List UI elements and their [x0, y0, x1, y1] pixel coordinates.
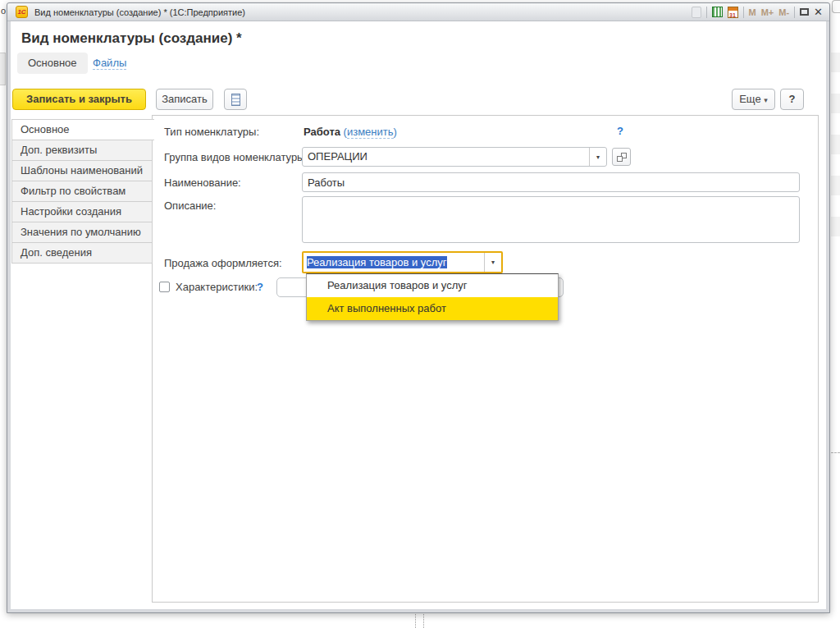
- paren-close: ): [394, 126, 397, 138]
- page-title: Вид номенклатуры (создание) *: [21, 30, 242, 47]
- sale-dropdown-list: Реализация товаров и услуг Акт выполненн…: [306, 273, 559, 321]
- group-combobox[interactable]: ОПЕРАЦИИ ▾: [302, 147, 607, 167]
- description-textarea[interactable]: [302, 196, 800, 243]
- calculator-icon[interactable]: [712, 7, 723, 17]
- help-icon[interactable]: ?: [617, 125, 623, 137]
- help-button[interactable]: ?: [780, 89, 804, 110]
- document-icon: [692, 7, 701, 18]
- name-label: Наименование:: [164, 176, 241, 189]
- type-change-link[interactable]: изменить: [347, 126, 394, 139]
- save-and-close-button[interactable]: Записать и закрыть: [12, 89, 146, 110]
- sidebar-item-default-values[interactable]: Значения по умолчанию: [11, 222, 153, 243]
- background-button-fragment: [832, 0, 840, 13]
- dialog-window: 1С Вид номенклатуры (создание) * (1С:Пре…: [7, 2, 830, 613]
- open-picker-icon: [617, 153, 627, 162]
- more-button-label: Еще: [739, 93, 760, 105]
- dropdown-option-act[interactable]: Акт выполненных работ: [307, 297, 558, 320]
- more-button[interactable]: Еще ▾: [732, 89, 775, 110]
- name-input[interactable]: [302, 172, 800, 192]
- sidebar-item-creation-settings[interactable]: Настройки создания: [11, 201, 153, 222]
- titlebar-divider: [794, 7, 795, 18]
- type-value: Работа (изменить): [304, 126, 397, 138]
- background-stray-text: o: [1, 6, 6, 16]
- dropdown-option-realization[interactable]: Реализация товаров и услуг: [307, 274, 558, 297]
- list-icon: [231, 94, 240, 106]
- splitter-handle[interactable]: [415, 614, 424, 628]
- tab-files[interactable]: Файлы: [93, 57, 126, 70]
- close-icon[interactable]: ✕: [814, 4, 823, 21]
- memory-m-button[interactable]: M: [749, 4, 756, 21]
- characteristics-label: Характеристики:: [176, 281, 258, 293]
- memory-m-plus-button[interactable]: M+: [761, 4, 774, 21]
- list-button[interactable]: [224, 89, 247, 110]
- chevron-down-icon: ▾: [764, 96, 768, 104]
- dropdown-arrow-icon[interactable]: ▾: [484, 253, 501, 272]
- background-form-rows: [831, 53, 840, 236]
- group-combobox-value: ОПЕРАЦИИ: [303, 148, 589, 166]
- sidebar-item-additional-attributes[interactable]: Доп. реквизиты: [11, 140, 153, 161]
- tab-main[interactable]: Основное: [17, 53, 88, 74]
- calendar-icon[interactable]: 31: [728, 7, 738, 18]
- maximize-icon[interactable]: [800, 8, 809, 16]
- titlebar-divider: [706, 7, 707, 18]
- sale-label: Продажа оформляется:: [164, 257, 282, 269]
- dialog-body: Вид номенклатуры (создание) * Основное Ф…: [11, 21, 826, 609]
- type-value-text: Работа: [304, 126, 340, 138]
- title-bar: 1С Вид номенклатуры (создание) * (1С:Пре…: [7, 3, 829, 21]
- sidebar-item-property-filter[interactable]: Фильтр по свойствам: [11, 181, 153, 202]
- sidebar-tabs: Основное Доп. реквизиты Шаблоны наименов…: [11, 119, 154, 264]
- dropdown-arrow-icon[interactable]: ▾: [589, 148, 606, 166]
- sale-combobox[interactable]: Реализация товаров и услуг ▾: [302, 251, 503, 273]
- memory-m-minus-button[interactable]: M-: [778, 4, 789, 21]
- group-label: Группа видов номенклатуры:: [164, 151, 308, 163]
- type-label: Тип номенклатуры:: [164, 126, 259, 138]
- description-label: Описание:: [164, 199, 216, 212]
- sidebar-item-main[interactable]: Основное: [11, 119, 154, 140]
- sidebar-item-additional-info[interactable]: Доп. сведения: [11, 242, 153, 264]
- characteristics-checkbox[interactable]: [159, 282, 170, 292]
- background-window-fragment: [0, 53, 6, 85]
- window-title: Вид номенклатуры (создание) * (1С:Предпр…: [34, 7, 245, 17]
- background-dashed-line: [831, 452, 840, 453]
- sale-combobox-value: Реализация товаров и услуг: [307, 256, 447, 268]
- help-icon[interactable]: ?: [257, 281, 263, 293]
- open-picker-button[interactable]: [612, 148, 631, 166]
- sidebar-item-name-templates[interactable]: Шаблоны наименований: [11, 160, 153, 181]
- save-button[interactable]: Записать: [156, 89, 213, 110]
- app-logo-icon: 1С: [16, 6, 28, 18]
- titlebar-divider: [743, 7, 744, 18]
